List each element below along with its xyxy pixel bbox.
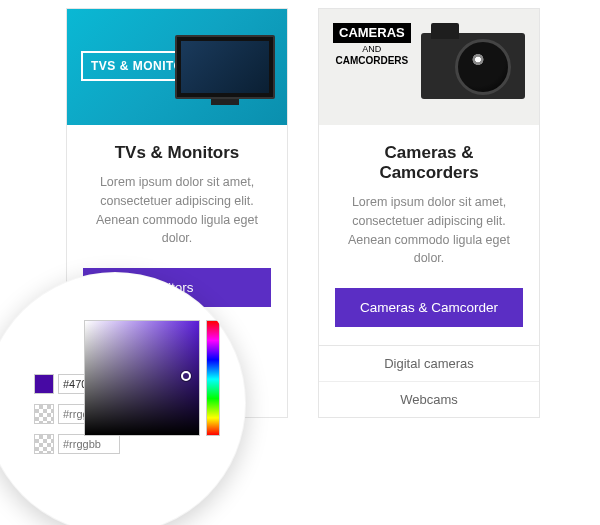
hero-cameras: CAMERAS AND CAMCORDERS: [319, 9, 539, 125]
card-body-cameras: Cameras & Camcorders Lorem ipsum dolor s…: [319, 125, 539, 345]
card-cameras: CAMERAS AND CAMCORDERS Cameras & Camcord…: [318, 8, 540, 418]
camera-icon: [421, 33, 525, 99]
hero-badge-l2: AND: [333, 43, 411, 55]
card-desc: Lorem ipsum dolor sit amet, consectetuer…: [83, 173, 271, 248]
link-digital-cameras[interactable]: Digital cameras: [319, 346, 539, 381]
card-links: Digital cameras Webcams: [319, 345, 539, 417]
hue-slider[interactable]: [206, 320, 220, 436]
swatch-empty[interactable]: [34, 434, 54, 454]
saturation-value-area[interactable]: [84, 320, 200, 436]
link-webcams[interactable]: Webcams: [319, 381, 539, 417]
btn-cameras[interactable]: Cameras & Camcorder: [335, 288, 523, 327]
swatch-empty[interactable]: [34, 404, 54, 424]
card-desc: Lorem ipsum dolor sit amet, consectetuer…: [335, 193, 523, 268]
hero-tvs: TVS & MONITORS: [67, 9, 287, 125]
card-title: TVs & Monitors: [83, 143, 271, 163]
hero-badge-cameras: CAMERAS AND CAMCORDERS: [333, 23, 411, 66]
swatch-row-3: [34, 434, 244, 454]
tv-stand: [211, 99, 239, 105]
card-title: Cameras & Camcorders: [335, 143, 523, 183]
swatch-active[interactable]: [34, 374, 54, 394]
sv-cursor[interactable]: [181, 371, 191, 381]
hero-badge-l1: CAMERAS: [333, 23, 411, 43]
hero-badge-l3: CAMCORDERS: [333, 55, 411, 66]
hex-input-3[interactable]: [58, 434, 120, 454]
tv-icon: [175, 35, 275, 99]
